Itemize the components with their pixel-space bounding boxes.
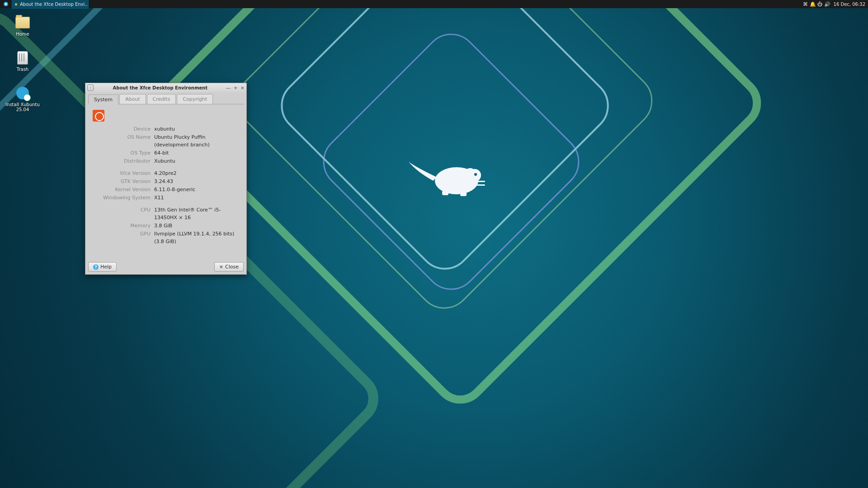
window-minimize-button[interactable]: —	[226, 85, 231, 91]
info-key: Kernel Version	[91, 186, 154, 193]
info-key: Device	[91, 125, 154, 133]
info-value: Xubuntu	[154, 157, 241, 165]
close-button[interactable]: × Close	[214, 262, 244, 272]
trash-icon	[15, 51, 30, 65]
info-key: GPU	[91, 230, 154, 245]
info-row: Devicexubuntu	[91, 125, 241, 133]
taskbar-button-label: About the Xfce Desktop Envi…	[20, 2, 89, 7]
close-button-label: Close	[225, 264, 239, 270]
installer-icon	[15, 86, 30, 100]
info-row: Windowing SystemX11	[91, 194, 241, 202]
help-icon: ?	[93, 264, 99, 270]
help-button[interactable]: ? Help	[88, 262, 117, 272]
tab-bar: System About Credits Copyright	[85, 92, 246, 104]
close-icon: ×	[219, 264, 223, 270]
info-key: OS Name	[91, 133, 154, 149]
info-value: 13th Gen Intel® Core™ i5-13450HX × 16	[154, 206, 241, 221]
info-value: xubuntu	[154, 125, 241, 133]
info-row: DistributorXubuntu	[91, 157, 241, 165]
info-value: X11	[154, 194, 241, 202]
info-key: GTK Version	[91, 178, 154, 185]
info-key: Memory	[91, 222, 154, 230]
svg-point-9	[5, 3, 7, 5]
window-maximize-button[interactable]: +	[234, 85, 238, 91]
info-row: OS Type64-bit	[91, 149, 241, 157]
ubuntu-logo-icon	[93, 110, 104, 122]
desktop-icon-install[interactable]: Install Xubuntu 25.04	[5, 86, 41, 112]
info-row: Memory3.8 GiB	[91, 222, 241, 230]
tab-copyright[interactable]: Copyright	[177, 94, 213, 104]
info-row: Kernel Version6.11.0-8-generic	[91, 186, 241, 193]
info-key: OS Type	[91, 149, 154, 157]
about-xfce-window: - About the Xfce Desktop Environment — +…	[85, 83, 247, 275]
info-row: GTK Version3.24.43	[91, 178, 241, 185]
info-key: CPU	[91, 206, 154, 221]
window-close-button[interactable]: ×	[241, 85, 245, 91]
tab-system[interactable]: System	[88, 94, 118, 104]
info-key: Xfce Version	[91, 169, 154, 177]
info-row: CPU13th Gen Intel® Core™ i5-13450HX × 16	[91, 206, 241, 221]
desktop-icon-trash[interactable]: Trash	[5, 51, 41, 72]
whisker-menu-button[interactable]	[0, 0, 12, 8]
window-menu-icon[interactable]: -	[87, 84, 94, 91]
desktop-icon-label: Install Xubuntu 25.04	[5, 102, 41, 112]
tab-content-system: DevicexubuntuOS NameUbuntu Plucky Puffin…	[88, 104, 244, 259]
info-value: 4.20pre2	[154, 169, 241, 177]
info-value: 64-bit	[154, 149, 241, 157]
info-value: Ubuntu Plucky Puffin (development branch…	[154, 133, 241, 149]
star-icon: ★	[14, 2, 18, 7]
taskbar-button-about-xfce[interactable]: ★ About the Xfce Desktop Envi…	[12, 0, 89, 9]
help-button-label: Help	[100, 264, 112, 270]
info-key: Distributor	[91, 157, 154, 165]
tab-about[interactable]: About	[119, 94, 146, 104]
desktop-icon-label: Trash	[5, 67, 41, 72]
info-row: Xfce Version4.20pre2	[91, 169, 241, 177]
info-value: llvmpipe (LLVM 19.1.4, 256 bits) (3.8 Gi…	[154, 230, 241, 245]
window-title: About the Xfce Desktop Environment	[94, 85, 226, 90]
desktop-icon-label: Home	[5, 32, 41, 37]
window-titlebar[interactable]: - About the Xfce Desktop Environment — +…	[85, 83, 246, 92]
folder-icon	[15, 15, 30, 30]
info-row: GPUllvmpipe (LLVM 19.1.4, 256 bits) (3.8…	[91, 230, 241, 245]
top-panel: ★ About the Xfce Desktop Envi… ⌘ 🔔 ⏻ 🔊 1…	[0, 0, 658, 8]
dialog-footer: ? Help × Close	[85, 259, 246, 274]
info-key: Windowing System	[91, 194, 154, 202]
info-value: 3.8 GiB	[154, 222, 241, 230]
info-value: 6.11.0-8-generic	[154, 186, 241, 193]
info-value: 3.24.43	[154, 178, 241, 185]
tab-credits[interactable]: Credits	[147, 94, 176, 104]
info-row: OS NameUbuntu Plucky Puffin (development…	[91, 133, 241, 149]
desktop-icon-home[interactable]: Home	[5, 15, 41, 37]
